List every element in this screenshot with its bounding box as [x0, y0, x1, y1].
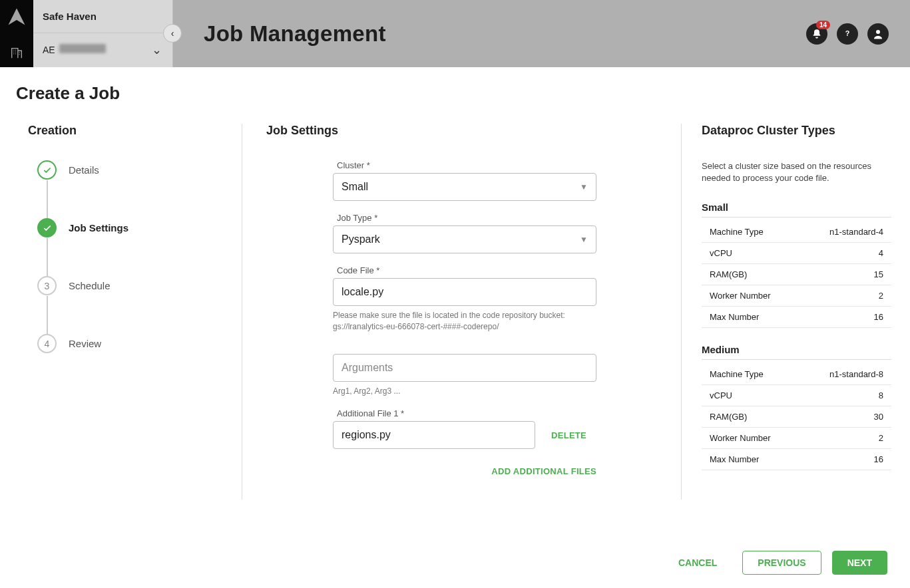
- content: Create a Job Creation Details Job Settin…: [0, 67, 910, 500]
- form-column: Job Settings Cluster * Small ▼ Job Type …: [242, 124, 682, 500]
- step-label: Schedule: [69, 280, 111, 291]
- step-number: 4: [37, 334, 57, 353]
- form-title: Job Settings: [266, 124, 657, 138]
- step-review[interactable]: 4 Review: [37, 334, 222, 353]
- building-icon[interactable]: [9, 45, 24, 60]
- step-label: Job Settings: [69, 222, 128, 233]
- top-bar: Safe Haven AE ⌄ ‹ Job Management 14 ?: [0, 0, 910, 67]
- previous-button[interactable]: PREVIOUS: [742, 551, 821, 575]
- dropdown-arrow-icon: ▼: [580, 182, 588, 192]
- table-row: Max Number16: [702, 449, 891, 470]
- codefile-input[interactable]: [333, 278, 596, 306]
- jobtype-value: Pyspark: [341, 233, 380, 245]
- page-title-area: Job Management: [173, 0, 806, 67]
- footer-actions: CANCEL PREVIOUS NEXT: [664, 551, 887, 575]
- profile-button[interactable]: [867, 23, 889, 45]
- cluster-select[interactable]: Small ▼: [333, 173, 596, 201]
- cluster-type-table-small: Machine Typen1-standard-4 vCPU4 RAM(GB)1…: [702, 221, 891, 328]
- addfile-label: Additional File 1 *: [337, 408, 657, 418]
- cluster-value: Small: [341, 181, 368, 193]
- content-title: Create a Job: [16, 83, 910, 104]
- account-prefix: AE: [43, 45, 55, 55]
- svg-point-1: [876, 30, 880, 34]
- stepper-title: Creation: [28, 124, 222, 138]
- step-schedule[interactable]: 3 Schedule: [37, 276, 222, 295]
- next-button[interactable]: NEXT: [832, 551, 887, 575]
- account-selector[interactable]: AE ⌄: [33, 33, 172, 67]
- additional-file-input[interactable]: [333, 421, 535, 449]
- jobtype-select[interactable]: Pyspark ▼: [333, 225, 596, 253]
- table-row: vCPU4: [702, 243, 891, 264]
- step-label: Details: [69, 164, 99, 176]
- delete-file-button[interactable]: DELETE: [551, 430, 586, 440]
- table-row: RAM(GB)15: [702, 264, 891, 285]
- page-title: Job Management: [204, 21, 386, 47]
- cancel-button[interactable]: CANCEL: [664, 551, 732, 575]
- info-title: Dataproc Cluster Types: [702, 124, 891, 138]
- arguments-hint: Arg1, Arg2, Arg3 ...: [333, 386, 596, 397]
- brand-title: Safe Haven: [33, 0, 172, 33]
- cluster-type-table-medium: Machine Typen1-standard-8 vCPU8 RAM(GB)3…: [702, 364, 891, 470]
- stepper-column: Creation Details Job Settings 3 Schedule: [16, 124, 242, 500]
- add-additional-files-button[interactable]: ADD ADDITIONAL FILES: [491, 466, 596, 476]
- notification-badge: 14: [816, 21, 830, 29]
- table-row: Worker Number2: [702, 428, 891, 449]
- codefile-label: Code File *: [337, 265, 657, 275]
- table-row: vCPU8: [702, 385, 891, 406]
- info-column: Dataproc Cluster Types Select a cluster …: [682, 124, 910, 500]
- step-details[interactable]: Details: [37, 160, 222, 180]
- table-row: Machine Typen1-standard-8: [702, 364, 891, 385]
- jobtype-label: Job Type *: [337, 213, 657, 223]
- step-job-settings[interactable]: Job Settings: [37, 218, 222, 237]
- collapse-sidebar-button[interactable]: ‹: [163, 24, 182, 43]
- chevron-down-icon: ⌄: [152, 33, 162, 67]
- table-row: Worker Number2: [702, 285, 891, 307]
- app-logo-icon: [7, 7, 27, 27]
- check-icon: [43, 166, 52, 175]
- left-rail: [0, 0, 33, 67]
- check-icon: [43, 223, 52, 233]
- step-label: Review: [69, 338, 101, 349]
- codefile-hint: Please make sure the file is located in …: [333, 310, 596, 333]
- info-description: Select a cluster size based on the resou…: [702, 160, 891, 184]
- user-icon: [872, 28, 884, 40]
- notifications-button[interactable]: 14: [806, 23, 827, 45]
- header-actions: 14 ?: [806, 0, 910, 67]
- step-number: 3: [37, 276, 57, 295]
- help-button[interactable]: ?: [837, 23, 858, 45]
- cluster-type-name: Medium: [702, 344, 891, 355]
- arguments-input[interactable]: [333, 354, 596, 382]
- bell-icon: [811, 29, 822, 39]
- cluster-label: Cluster *: [337, 160, 657, 170]
- brand-column: Safe Haven AE ⌄ ‹: [33, 0, 173, 67]
- cluster-type-name: Small: [702, 202, 891, 213]
- table-row: RAM(GB)30: [702, 406, 891, 428]
- table-row: Machine Typen1-standard-4: [702, 221, 891, 243]
- table-row: Max Number16: [702, 307, 891, 328]
- dropdown-arrow-icon: ▼: [580, 235, 588, 244]
- account-id-redacted: [59, 44, 106, 53]
- svg-text:?: ?: [845, 29, 850, 37]
- help-icon: ?: [842, 29, 853, 39]
